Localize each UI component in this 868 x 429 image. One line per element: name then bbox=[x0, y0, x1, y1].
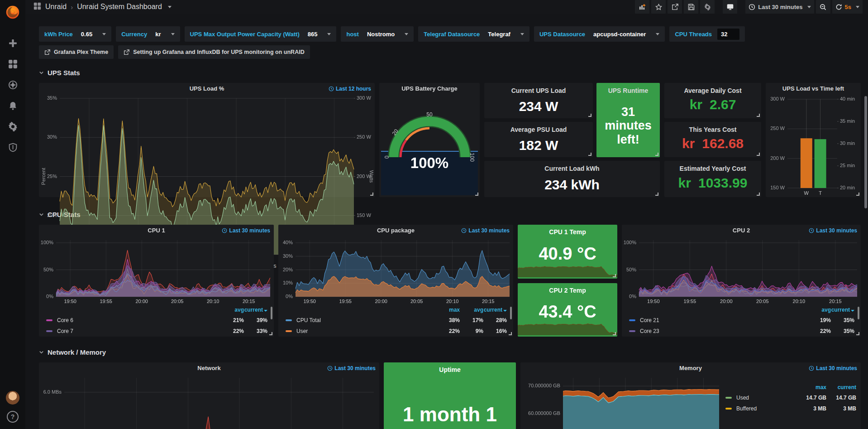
panel-resize-handle[interactable] bbox=[509, 332, 512, 335]
network-chart[interactable] bbox=[39, 374, 379, 429]
legend-scrollbar[interactable] bbox=[858, 307, 859, 319]
panel-resize-handle[interactable] bbox=[613, 274, 616, 277]
cpu-package-chart[interactable] bbox=[278, 236, 513, 305]
memory-chart[interactable] bbox=[520, 374, 722, 429]
variable-value[interactable]: apcupsd-container bbox=[591, 29, 649, 40]
star-button[interactable] bbox=[651, 0, 666, 14]
panel-resize-handle[interactable] bbox=[856, 332, 859, 335]
panel-resize-handle[interactable] bbox=[757, 193, 760, 196]
variable-value[interactable]: kr bbox=[153, 29, 163, 40]
variable-value[interactable]: Nostromo bbox=[364, 29, 397, 40]
panel-title[interactable]: UPS Battery Charge bbox=[379, 83, 480, 95]
legend-sort-avg[interactable]: avg bbox=[807, 307, 831, 313]
dashboard-settings-button[interactable] bbox=[700, 0, 715, 14]
stat-title[interactable]: Uptime bbox=[439, 366, 460, 373]
panel-time-range[interactable]: Last 30 minutes bbox=[222, 225, 270, 236]
legend-label[interactable]: CPU Total bbox=[296, 317, 436, 323]
dashboard-link[interactable]: Setting up Grafana and InfluxDB for UPS … bbox=[118, 45, 310, 59]
refresh-interval-caret-icon[interactable] bbox=[856, 6, 859, 8]
stat-title[interactable]: This Years Cost bbox=[689, 126, 737, 133]
dashboard-link[interactable]: Grafana Plex Theme bbox=[39, 45, 114, 59]
panel-time-range[interactable]: Last 30 minutes bbox=[327, 362, 376, 374]
dashboard-title-caret-icon[interactable] bbox=[168, 6, 172, 8]
breadcrumb-folder[interactable]: Unraid bbox=[45, 3, 67, 11]
cpu2-chart[interactable] bbox=[622, 236, 861, 305]
stat-title[interactable]: Current UPS Load bbox=[511, 87, 566, 94]
variable-dropdown[interactable]: host Nostromo bbox=[341, 26, 414, 42]
stat-title[interactable]: UPS Runtime bbox=[608, 87, 649, 94]
server-admin-shield-icon[interactable] bbox=[4, 137, 22, 158]
configuration-gear-icon[interactable] bbox=[4, 116, 22, 137]
page-scrollbar[interactable] bbox=[864, 96, 867, 208]
legend-sort-current[interactable]: current bbox=[831, 307, 854, 313]
stat-title[interactable]: CPU 1 Temp bbox=[549, 228, 586, 236]
time-range-picker[interactable]: Last 30 minutes bbox=[745, 0, 814, 14]
panel-resize-handle[interactable] bbox=[475, 193, 478, 196]
panel-resize-handle[interactable] bbox=[757, 153, 760, 156]
stat-title[interactable]: Average PSU Load bbox=[510, 126, 567, 133]
variable-dropdown[interactable]: UPS Datasource apcupsd-container bbox=[534, 26, 665, 42]
legend-label[interactable]: Core 7 bbox=[57, 328, 220, 334]
panel-resize-handle[interactable] bbox=[655, 193, 658, 196]
legend-sort-avg[interactable]: avg bbox=[220, 307, 244, 313]
save-button[interactable] bbox=[684, 0, 698, 14]
share-button[interactable] bbox=[668, 0, 682, 14]
alerting-bell-icon[interactable] bbox=[4, 95, 22, 116]
legend-label[interactable]: Core 6 bbox=[57, 317, 220, 323]
variable-value[interactable]: 865 bbox=[305, 29, 320, 40]
stat-title[interactable]: Average Daily Cost bbox=[684, 87, 741, 94]
ups-load-vs-time-chart[interactable] bbox=[766, 95, 861, 197]
variable-dropdown[interactable]: UPS Max Output Power Capacity (Watt) 865 bbox=[185, 26, 337, 42]
panel-resize-handle[interactable] bbox=[856, 193, 859, 196]
panel-resize-handle[interactable] bbox=[370, 193, 373, 196]
legend-sort-current[interactable]: current bbox=[826, 384, 856, 390]
variable-dropdown[interactable]: kWh Price 0.65 bbox=[39, 26, 111, 42]
panel-time-range[interactable]: Last 30 minutes bbox=[461, 225, 510, 236]
panel-title[interactable]: UPS Load vs Time left bbox=[766, 83, 861, 95]
legend-label[interactable]: Core 21 bbox=[640, 317, 807, 323]
section-header-network-memory[interactable]: Network / Memory bbox=[39, 348, 861, 356]
legend-label[interactable]: User bbox=[296, 328, 436, 334]
panel-resize-handle[interactable] bbox=[588, 153, 591, 156]
panel-time-range[interactable]: Last 30 minutes bbox=[809, 225, 857, 236]
cpu1-chart[interactable] bbox=[39, 236, 274, 305]
panel-resize-handle[interactable] bbox=[588, 114, 591, 117]
legend-sort-max[interactable]: max bbox=[796, 384, 826, 390]
legend-label[interactable]: Buffered bbox=[736, 405, 796, 412]
variable-dropdown[interactable]: Currency kr bbox=[116, 26, 180, 42]
stat-title[interactable]: CPU 2 Temp bbox=[549, 287, 586, 294]
stat-title[interactable]: Current Load kWh bbox=[544, 165, 599, 172]
variable-dropdown[interactable]: Telegraf Datasource Telegraf bbox=[418, 26, 529, 42]
cycle-view-mode-button[interactable] bbox=[723, 0, 737, 14]
refresh-button[interactable]: 5s bbox=[832, 0, 863, 14]
panel-resize-handle[interactable] bbox=[269, 332, 272, 335]
legend-sort-avg[interactable]: avg bbox=[460, 307, 483, 313]
refresh-interval-label[interactable]: 5s bbox=[845, 4, 851, 10]
panel-resize-handle[interactable] bbox=[655, 153, 658, 156]
dashboard-title[interactable]: Unraid System Dashboard bbox=[77, 3, 162, 11]
legend-sort-current[interactable]: current bbox=[244, 307, 267, 313]
variable-dropdown[interactable]: CPU Threads 32 bbox=[669, 26, 744, 42]
panel-resize-handle[interactable] bbox=[613, 332, 616, 335]
panel-time-range[interactable]: Last 30 minutes bbox=[809, 362, 857, 374]
variable-value[interactable]: 0.65 bbox=[78, 29, 95, 40]
grafana-logo-icon[interactable] bbox=[4, 4, 21, 21]
zoom-out-time-button[interactable] bbox=[816, 0, 830, 14]
dashboards-icon[interactable] bbox=[4, 53, 22, 74]
variable-value[interactable]: Telegraf bbox=[485, 29, 513, 40]
explore-compass-icon[interactable] bbox=[4, 74, 22, 95]
legend-label[interactable]: Used bbox=[736, 395, 796, 401]
panel-title[interactable]: UPS Load % bbox=[39, 83, 375, 95]
legend-label[interactable]: Core 23 bbox=[640, 328, 807, 334]
add-panel-button[interactable] bbox=[635, 0, 649, 14]
panel-resize-handle[interactable] bbox=[757, 114, 760, 117]
legend-scrollbar[interactable] bbox=[271, 307, 272, 319]
user-avatar[interactable] bbox=[6, 391, 19, 405]
section-header-ups[interactable]: UPS Stats bbox=[39, 69, 861, 77]
legend-sort-max[interactable]: max bbox=[436, 307, 460, 313]
stat-title[interactable]: Estimated Yearly Cost bbox=[680, 165, 746, 172]
create-plus-icon[interactable] bbox=[4, 33, 22, 53]
legend-scrollbar[interactable] bbox=[510, 307, 512, 319]
panel-time-range[interactable]: Last 12 hours bbox=[329, 83, 371, 95]
variable-value[interactable]: 32 bbox=[717, 29, 739, 40]
